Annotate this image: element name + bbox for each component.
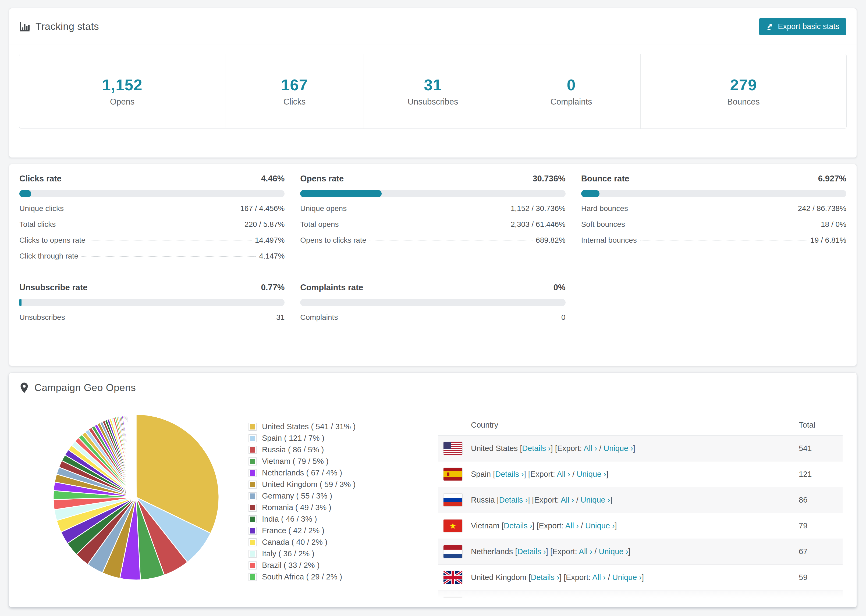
stat-label: Complaints	[551, 97, 592, 107]
legend-label: Spain ( 121 / 7% )	[262, 434, 324, 443]
rate-progress-fill	[300, 190, 382, 197]
export-unique-link[interactable]: Unique ›	[585, 522, 615, 530]
rate-detail-row: Hard bounces242 / 86.738%	[581, 204, 846, 220]
legend-swatch	[249, 492, 257, 500]
country-flag-es	[444, 468, 462, 481]
legend-label: Italy ( 36 / 2% )	[262, 549, 314, 558]
export-basic-stats-button[interactable]: Export basic stats	[759, 18, 846, 35]
legend-label: United Kingdom ( 59 / 3% )	[262, 480, 356, 489]
legend-label: Russia ( 86 / 5% )	[262, 445, 324, 454]
rate-head: Clicks rate4.46%	[19, 174, 285, 184]
details-link[interactable]: Details ›	[518, 547, 546, 556]
geo-content: United States ( 541 / 31% )Spain ( 121 /…	[9, 403, 857, 607]
legend-item-romania[interactable]: Romania ( 49 / 3% )	[249, 502, 356, 513]
rate-detail-value: 4.147%	[259, 252, 285, 261]
export-unique-link[interactable]: Unique ›	[603, 444, 633, 453]
rate-detail-row: Total opens2,303 / 61.446%	[300, 220, 565, 236]
legend-item-united-kingdom[interactable]: United Kingdom ( 59 / 3% )	[249, 479, 356, 490]
legend-item-italy[interactable]: Italy ( 36 / 2% )	[249, 548, 356, 559]
rate-detail-value: 242 / 86.738%	[798, 204, 846, 213]
geo-table-header: Country Total	[438, 415, 842, 436]
country-column-header: Country	[471, 421, 498, 429]
export-all-link[interactable]: All ›	[584, 444, 597, 453]
rate-progress-track	[19, 299, 285, 306]
rate-rows: Unique opens1,152 / 30.736%Total opens2,…	[300, 204, 565, 252]
rate-detail-value: 2,303 / 61.446%	[511, 220, 565, 229]
rate-rows: Complaints0	[300, 313, 565, 329]
export-all-link[interactable]: All ›	[561, 496, 574, 504]
legend-item-france[interactable]: France ( 42 / 2% )	[249, 525, 356, 536]
export-all-link[interactable]: All ›	[565, 522, 579, 530]
table-row-vietnam: ★Vietnam [Details ›] [Export: All › / Un…	[438, 513, 842, 539]
details-link[interactable]: Details ›	[499, 496, 527, 504]
stat-value: 0	[567, 76, 576, 94]
rate-detail-row: Internal bounces19 / 6.81%	[581, 236, 846, 252]
rate-block-clicks-rate: Clicks rate4.46%Unique clicks167 / 4.456…	[19, 174, 285, 268]
table-row-netherlands: Netherlands [Details ›] [Export: All › /…	[438, 539, 842, 565]
rate-detail-value: 0	[561, 313, 565, 322]
details-link[interactable]: Details ›	[504, 522, 532, 530]
stat-value: 279	[730, 76, 757, 94]
rate-head: Unsubscribe rate0.77%	[19, 283, 285, 292]
details-link[interactable]: Details ›	[531, 573, 559, 581]
details-link[interactable]: Details ›	[495, 470, 524, 478]
legend-item-united-states[interactable]: United States ( 541 / 31% )	[249, 421, 356, 432]
rate-value: 0.77%	[261, 283, 285, 292]
dotted-leader	[68, 318, 273, 318]
legend-item-brazil[interactable]: Brazil ( 33 / 2% )	[249, 559, 356, 571]
rate-value: 30.736%	[532, 174, 565, 184]
legend-item-netherlands[interactable]: Netherlands ( 67 / 4% )	[249, 467, 356, 479]
legend-item-canada[interactable]: Canada ( 40 / 2% )	[249, 536, 356, 548]
legend-item-russia[interactable]: Russia ( 86 / 5% )	[249, 444, 356, 456]
legend-item-germany[interactable]: Germany ( 55 / 3% )	[249, 490, 356, 502]
rate-block-complaints-rate: Complaints rate0%Complaints0	[300, 283, 565, 329]
export-unique-link[interactable]: Unique ›	[581, 496, 610, 504]
legend-item-south-africa[interactable]: South Africa ( 29 / 2% )	[249, 571, 356, 583]
rate-block-bounce-rate: Bounce rate6.927%Hard bounces242 / 86.73…	[581, 174, 846, 268]
details-link[interactable]: Details ›	[522, 444, 551, 453]
export-all-link[interactable]: All ›	[557, 470, 570, 478]
rate-title: Unsubscribe rate	[19, 283, 87, 292]
legend-swatch	[249, 504, 257, 512]
export-unique-link[interactable]: Unique ›	[612, 573, 642, 581]
rate-detail-row: Clicks to opens rate14.497%	[19, 236, 285, 252]
stat-value: 1,152	[102, 76, 143, 94]
total-column-header: Total	[799, 421, 815, 429]
rate-detail-value: 1,152 / 30.736%	[511, 204, 565, 213]
dotted-leader	[370, 240, 532, 241]
export-all-link[interactable]: All ›	[592, 573, 606, 581]
stat-cell-complaints: 0Complaints	[502, 54, 640, 129]
dotted-leader	[67, 209, 237, 209]
rate-detail-label: Complaints	[300, 313, 338, 322]
export-all-link[interactable]: All ›	[579, 547, 592, 556]
total-cell: 67	[799, 547, 808, 556]
rate-detail-row: Unsubscribes31	[19, 313, 285, 329]
rate-value: 4.46%	[261, 174, 285, 184]
rate-detail-row: Unique clicks167 / 4.456%	[19, 204, 285, 220]
rate-detail-label: Total clicks	[19, 220, 56, 229]
dotted-leader	[82, 256, 256, 257]
table-row-united-kingdom: United Kingdom [Details ›] [Export: All …	[438, 565, 842, 591]
rate-progress-track	[300, 190, 565, 197]
geo-country-table: Country Total United States [Details ›] …	[438, 415, 842, 607]
legend-item-vietnam[interactable]: Vietnam ( 79 / 5% )	[249, 456, 356, 467]
rate-detail-label: Clicks to opens rate	[19, 236, 85, 245]
campaign-geo-opens-card: Campaign Geo Opens United States ( 541 /…	[9, 372, 857, 607]
rate-head: Bounce rate6.927%	[581, 174, 846, 184]
legend-swatch	[249, 527, 257, 535]
country-flag-vn: ★	[444, 520, 462, 532]
legend-item-spain[interactable]: Spain ( 121 / 7% )	[249, 432, 356, 444]
legend-item-india[interactable]: India ( 46 / 3% )	[249, 513, 356, 525]
rate-rows: Unique clicks167 / 4.456%Total clicks220…	[19, 204, 285, 268]
pie-svg	[45, 406, 228, 589]
rate-value: 0%	[553, 283, 565, 292]
rate-title: Complaints rate	[300, 283, 363, 292]
rate-detail-value: 14.497%	[255, 236, 285, 245]
dotted-leader	[59, 225, 241, 225]
rate-detail-label: Total opens	[300, 220, 339, 229]
export-unique-link[interactable]: Unique ›	[576, 470, 606, 478]
country-flag-gb	[444, 571, 462, 584]
legend-label: Netherlands ( 67 / 4% )	[262, 468, 342, 477]
table-row-russia: Russia [Details ›] [Export: All › / Uniq…	[438, 487, 842, 513]
export-unique-link[interactable]: Unique ›	[599, 547, 628, 556]
